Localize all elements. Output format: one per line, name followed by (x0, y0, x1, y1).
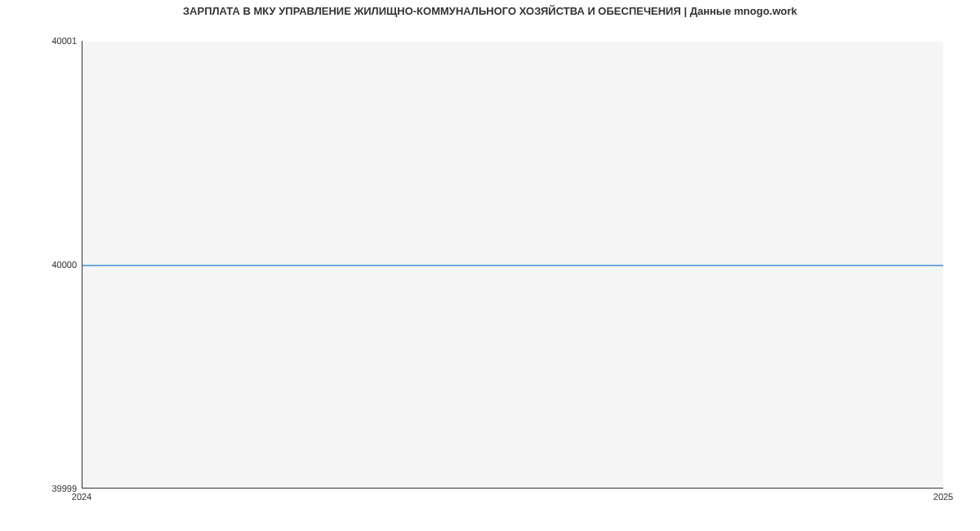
data-line-salary (82, 265, 943, 266)
y-tick-label: 40001 (3, 36, 77, 46)
chart-title: ЗАРПЛАТА В МКУ УПРАВЛЕНИЕ ЖИЛИЩНО-КОММУН… (0, 5, 980, 17)
chart-container: ЗАРПЛАТА В МКУ УПРАВЛЕНИЕ ЖИЛИЩНО-КОММУН… (0, 0, 980, 531)
x-tick-label: 2024 (72, 492, 91, 502)
y-tick-label: 40000 (3, 260, 77, 270)
x-tick-label: 2025 (933, 492, 953, 502)
y-tick-label: 39999 (3, 484, 77, 493)
plot-area (82, 41, 943, 489)
grid-line (82, 41, 943, 42)
